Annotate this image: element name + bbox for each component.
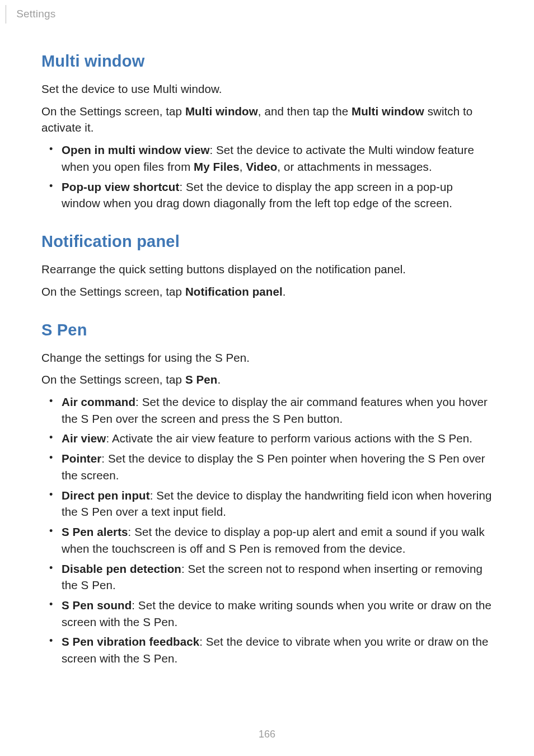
- breadcrumb: Settings: [16, 8, 55, 20]
- text-fragment: .: [283, 285, 286, 298]
- list-item: Air command: Set the device to display t…: [41, 394, 494, 427]
- bold-text: Air view: [62, 432, 106, 445]
- bold-text: Multi window: [352, 105, 424, 118]
- notification-panel-intro: Rearrange the quick setting buttons disp…: [41, 261, 494, 278]
- list-item: Pointer: Set the device to display the S…: [41, 450, 494, 483]
- text-fragment: : Set the device to display the S Pen po…: [62, 452, 485, 482]
- page-number: 166: [0, 729, 534, 740]
- bold-text: Video: [246, 160, 277, 173]
- list-item: S Pen alerts: Set the device to display …: [41, 524, 494, 557]
- notification-panel-instruction: On the Settings screen, tap Notification…: [41, 283, 494, 300]
- list-item: S Pen vibration feedback: Set the device…: [41, 633, 494, 666]
- list-item: Open in multi window view: Set the devic…: [41, 142, 494, 175]
- bold-text: Open in multi window view: [62, 143, 209, 156]
- list-item: Disable pen detection: Set the screen no…: [41, 561, 494, 594]
- bold-text: My Files: [194, 160, 240, 173]
- text-fragment: On the Settings screen, tap: [41, 105, 185, 118]
- bold-text: Disable pen detection: [62, 562, 181, 575]
- section-title-multi-window: Multi window: [41, 49, 494, 73]
- s-pen-list: Air command: Set the device to display t…: [41, 394, 494, 667]
- multi-window-intro: Set the device to use Multi window.: [41, 81, 494, 97]
- bold-text: S Pen alerts: [62, 525, 128, 538]
- text-fragment: , and then tap the: [258, 105, 352, 118]
- bold-text: S Pen sound: [62, 599, 132, 612]
- page-header: Settings: [6, 0, 55, 28]
- bold-text: Notification panel: [185, 285, 283, 298]
- text-fragment: On the Settings screen, tap: [41, 285, 185, 298]
- bold-text: Pop-up view shortcut: [62, 180, 179, 193]
- page-content: Multi window Set the device to use Multi…: [41, 39, 494, 670]
- multi-window-list: Open in multi window view: Set the devic…: [41, 142, 494, 212]
- s-pen-intro: Change the settings for using the S Pen.: [41, 349, 494, 366]
- bold-text: Multi window: [185, 105, 258, 118]
- text-fragment: ,: [240, 160, 246, 173]
- text-fragment: .: [217, 373, 221, 386]
- list-item: Direct pen input: Set the device to disp…: [41, 487, 494, 520]
- bold-text: S Pen vibration feedback: [62, 635, 199, 648]
- text-fragment: : Activate the air view feature to perfo…: [106, 432, 472, 445]
- list-item: Pop-up view shortcut: Set the device to …: [41, 179, 494, 212]
- list-item: S Pen sound: Set the device to make writ…: [41, 597, 494, 630]
- section-title-notification-panel: Notification panel: [41, 230, 494, 253]
- section-title-s-pen: S Pen: [41, 318, 494, 342]
- text-fragment: On the Settings screen, tap: [41, 373, 185, 386]
- text-fragment: , or attachments in messages.: [277, 160, 432, 173]
- s-pen-instruction: On the Settings screen, tap S Pen.: [41, 371, 494, 388]
- bold-text: Pointer: [62, 452, 101, 465]
- bold-text: Direct pen input: [62, 489, 150, 502]
- bold-text: S Pen: [185, 373, 217, 386]
- multi-window-instruction: On the Settings screen, tap Multi window…: [41, 103, 494, 136]
- header-divider: [6, 5, 6, 24]
- bold-text: Air command: [62, 395, 135, 408]
- list-item: Air view: Activate the air view feature …: [41, 430, 494, 447]
